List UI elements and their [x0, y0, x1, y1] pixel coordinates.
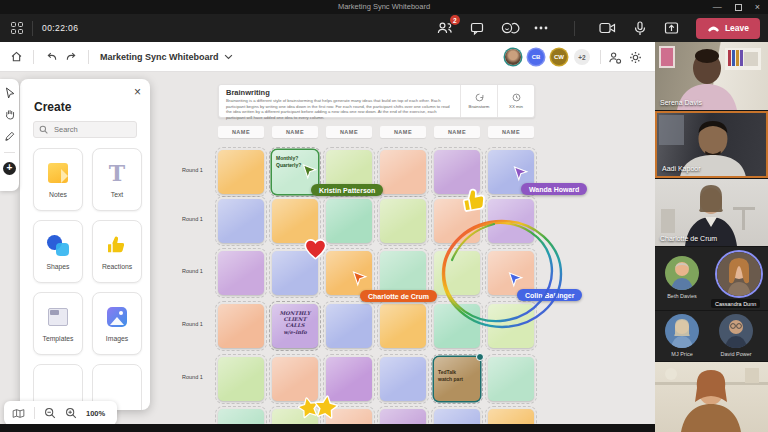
divider [88, 50, 89, 64]
sticky-note[interactable]: Monthly? Quarterly? [272, 150, 318, 194]
pan-hand-icon[interactable] [3, 108, 16, 121]
tool-label: Images [106, 335, 128, 342]
close-icon[interactable]: × [755, 3, 760, 12]
column-header[interactable]: NAME [434, 126, 480, 138]
camera-icon[interactable] [600, 20, 616, 36]
template-header-card[interactable]: Brainwriting Brainwriting is a different… [218, 84, 535, 118]
settings-gear-icon[interactable] [625, 47, 645, 67]
chat-icon[interactable] [469, 20, 485, 36]
avatar-initials: CW [554, 54, 564, 60]
images-icon [105, 305, 129, 329]
tool-images[interactable]: Images [92, 292, 142, 355]
search-input[interactable] [52, 124, 132, 135]
leave-button[interactable]: Leave [696, 18, 760, 39]
participant-audio-tile[interactable]: Beth Davies Cassandra Dunn [655, 247, 768, 310]
avatar-beth[interactable] [665, 256, 699, 290]
sticky-note[interactable] [488, 357, 534, 401]
participant-name: Beth Davies [657, 293, 707, 299]
divider [32, 21, 33, 36]
leave-label: Leave [725, 23, 749, 33]
home-icon[interactable] [6, 47, 26, 67]
tool-text[interactable]: Text [92, 148, 142, 211]
sun-dot [119, 311, 123, 315]
shapes-icon [46, 233, 70, 257]
participant-name: Serena Davis [660, 99, 702, 106]
avatar-overflow[interactable]: +2 [574, 49, 590, 65]
avatar-mj[interactable] [665, 314, 699, 348]
redo-icon[interactable] [61, 47, 81, 67]
sticky-note[interactable] [218, 199, 264, 243]
sticky-note[interactable]: TedTalk watch part [434, 357, 480, 401]
sticky-note[interactable]: MONTHLY CLIENT CALLS w/e-info [272, 304, 318, 348]
whiteboard-title[interactable]: Marketing Sync Whiteboard [100, 52, 219, 62]
column-header[interactable]: NAME [488, 126, 534, 138]
mic-icon[interactable] [632, 20, 648, 36]
sticky-note[interactable] [488, 150, 534, 194]
participant-video-bottom[interactable] [655, 362, 768, 432]
sticky-note[interactable] [326, 150, 372, 194]
window-title: Marketing Sync Whiteboard [0, 2, 768, 11]
sticker-thumb[interactable] [459, 184, 491, 216]
participant-name: David Power [713, 351, 759, 357]
sticky-note[interactable] [380, 357, 426, 401]
tool-templates[interactable]: Templates [33, 292, 83, 355]
selection-handle[interactable] [476, 353, 484, 361]
divider [33, 50, 34, 64]
sticky-note[interactable] [326, 199, 372, 243]
zoom-out-icon[interactable] [44, 407, 56, 419]
sticker-star[interactable] [311, 392, 340, 421]
present-icon[interactable] [605, 47, 625, 67]
more-options-icon[interactable] [533, 20, 549, 36]
search-box[interactable] [33, 121, 137, 138]
participant-video-serena[interactable]: Serena Davis [655, 42, 768, 110]
sticky-note[interactable] [326, 304, 372, 348]
participants-icon[interactable]: 2 [437, 20, 453, 36]
sticky-note[interactable] [380, 304, 426, 348]
zoom-level[interactable]: 100% [86, 409, 105, 418]
chevron-down-icon[interactable] [224, 54, 233, 60]
avatar[interactable]: CW [551, 49, 567, 65]
select-cursor-icon[interactable] [3, 86, 16, 99]
participant-audio-tile[interactable]: MJ Price David Power [655, 311, 768, 361]
avatar-cassandra[interactable] [717, 252, 761, 296]
tool-reactions[interactable]: Reactions [92, 220, 142, 283]
participant-video-charlotte[interactable]: Charlotte de Crum [655, 179, 768, 246]
whiteboard-toolbar: Marketing Sync Whiteboard CB CW +2 [0, 42, 655, 72]
sticker-heart[interactable] [303, 237, 328, 262]
panel-close-icon[interactable]: × [134, 86, 141, 98]
minimize-icon[interactable]: — [713, 3, 722, 12]
ink-pen-icon[interactable] [3, 130, 16, 143]
participants-sidebar: Serena Davis Aadi Kapoor Charlotte de Cr… [655, 42, 768, 432]
avatar-david[interactable] [719, 314, 753, 348]
column-header[interactable]: NAME [380, 126, 426, 138]
sticky-note[interactable] [218, 150, 264, 194]
sticky-note[interactable] [218, 304, 264, 348]
divider [4, 152, 15, 153]
sticky-note[interactable] [380, 251, 426, 295]
sticky-note[interactable] [380, 199, 426, 243]
rainbow-ink-circle[interactable] [436, 214, 568, 332]
tool-label: Shapes [46, 263, 69, 270]
column-header[interactable]: NAME [326, 126, 372, 138]
share-screen-icon[interactable] [664, 20, 680, 36]
zoom-in-icon[interactable] [65, 407, 77, 419]
participant-video-aadi[interactable]: Aadi Kapoor [655, 111, 768, 178]
maximize-icon[interactable] [735, 4, 742, 11]
tool-notes[interactable]: Notes [33, 148, 83, 211]
tool-shapes[interactable]: Shapes [33, 220, 83, 283]
sticky-note[interactable] [380, 150, 426, 194]
column-header[interactable]: NAME [218, 126, 264, 138]
avatar[interactable] [505, 49, 521, 65]
reactions-icon[interactable] [501, 20, 517, 36]
divider [34, 407, 35, 419]
sticky-note[interactable] [218, 251, 264, 295]
map-icon[interactable] [12, 408, 25, 419]
undo-icon[interactable] [41, 47, 61, 67]
app-launcher-icon[interactable] [11, 22, 23, 34]
note-text: TedTalk watch part [434, 357, 480, 387]
sticky-note[interactable] [326, 251, 372, 295]
column-header[interactable]: NAME [272, 126, 318, 138]
create-button[interactable]: + [3, 162, 16, 175]
sticky-note[interactable] [218, 357, 264, 401]
avatar[interactable]: CB [528, 49, 544, 65]
